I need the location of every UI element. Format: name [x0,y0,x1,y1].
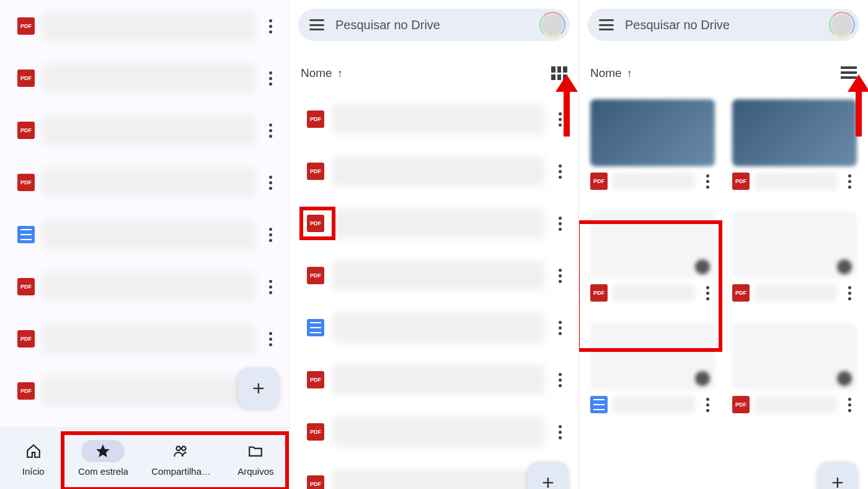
file-thumbnail [732,211,857,278]
file-card[interactable] [590,323,715,413]
file-name-blur [332,209,545,238]
file-row[interactable]: PDF [0,0,289,52]
nav-shared[interactable]: Compartilha… [151,440,211,477]
file-row[interactable]: PDF [290,197,578,249]
file-row[interactable]: PDF [0,313,289,365]
menu-icon[interactable] [599,19,614,30]
more-icon[interactable] [552,373,567,387]
file-thumbnail [732,323,857,390]
file-name-blur [332,156,545,186]
file-name-blur [332,417,545,447]
file-row[interactable]: PDF [0,104,289,156]
more-icon[interactable] [700,286,715,300]
sort-label-text: Nome [301,66,332,80]
card-footer: PDF [590,173,715,190]
home-icon [25,443,42,459]
more-icon[interactable] [263,123,278,138]
more-icon[interactable] [552,269,567,283]
nav-files-label: Arquivos [237,466,273,477]
more-icon[interactable] [263,19,278,34]
more-icon[interactable] [700,174,715,189]
file-row[interactable]: PDF [290,249,578,302]
file-thumbnail [590,99,715,166]
nav-home[interactable]: Início [12,440,55,477]
fab-new[interactable]: + [528,462,569,489]
file-name-blur [332,104,545,134]
annotation-arrow-list [849,74,868,149]
file-row[interactable]: PDF [290,354,578,406]
more-icon[interactable] [552,425,567,439]
more-icon[interactable] [842,398,857,412]
card-title-blur [755,284,837,302]
file-name-blur [42,63,255,93]
card-footer: PDF [732,396,857,413]
file-card[interactable]: PDF [732,99,857,190]
file-row[interactable] [290,302,578,354]
more-icon[interactable] [842,286,857,300]
file-card[interactable]: PDF [590,99,715,190]
fab-new[interactable]: + [238,367,279,408]
file-row[interactable] [0,209,289,261]
pdf-icon: PDF [307,110,324,128]
card-footer: PDF [590,284,715,302]
pdf-icon: PDF [307,371,324,388]
sort-by-name[interactable]: Nome ↑ [301,66,343,80]
pdf-icon: PDF [17,70,35,87]
file-name-blur [332,261,545,290]
pdf-icon: PDF [17,278,35,295]
sort-by-name[interactable]: Nome ↑ [590,66,632,80]
sort-arrow-up-icon: ↑ [627,67,632,80]
file-thumbnail [590,211,715,278]
pdf-icon: PDF [590,173,608,190]
more-icon[interactable] [552,164,567,179]
more-icon[interactable] [552,321,567,335]
file-name-blur [42,376,255,406]
nav-home-pill [12,440,55,462]
nav-starred[interactable]: Com estrela [78,440,128,477]
star-icon [95,443,111,459]
sort-row: Nome ↑ [301,61,567,86]
more-icon[interactable] [263,176,278,190]
pdf-icon: PDF [590,284,608,302]
menu-icon[interactable] [309,19,324,30]
search-bar[interactable]: Pesquisar no Drive [298,9,570,41]
pdf-icon: PDF [307,215,324,232]
more-icon[interactable] [842,174,857,189]
file-name-blur [42,272,255,302]
nav-shared-pill [159,440,203,462]
file-row[interactable]: PDF [290,93,578,145]
pdf-icon: PDF [17,17,35,35]
more-icon[interactable] [263,332,278,346]
card-title-blur [613,173,695,190]
file-card[interactable]: PDF [590,211,715,302]
nav-starred-pill [81,440,125,462]
card-footer [590,396,715,413]
search-bar[interactable]: Pesquisar no Drive [588,9,859,41]
nav-files[interactable]: Arquivos [234,440,277,477]
more-icon[interactable] [263,280,278,294]
more-icon[interactable] [263,71,278,86]
more-icon[interactable] [700,398,715,412]
fab-new[interactable]: + [817,462,858,489]
search-placeholder: Pesquisar no Drive [625,18,830,32]
panel-grid-view: Pesquisar no Drive Nome ↑ PDFPDFPDFPDFPD… [578,0,868,489]
file-row[interactable]: PDF [0,52,289,104]
panel-list-no-search: PDFPDFPDFPDFPDFPDFPDF + Início Com estre… [0,0,289,489]
file-list: PDFPDFPDFPDFPDFPDFPDF [0,0,289,417]
file-row[interactable]: PDF [290,406,578,458]
more-icon[interactable] [552,217,567,231]
account-avatar[interactable] [830,12,854,37]
file-card[interactable]: PDF [732,323,857,413]
more-icon[interactable] [263,228,278,242]
file-card[interactable]: PDF [732,211,857,302]
pdf-icon: PDF [307,423,324,441]
file-row[interactable]: PDF [290,145,578,197]
pdf-icon: PDF [732,284,750,302]
file-row[interactable]: PDF [0,261,289,313]
card-footer: PDF [732,173,857,190]
account-avatar[interactable] [540,12,565,37]
file-name-blur [332,469,545,489]
file-thumbnail [732,99,857,166]
file-name-blur [332,313,545,343]
file-row[interactable]: PDF [0,156,289,209]
